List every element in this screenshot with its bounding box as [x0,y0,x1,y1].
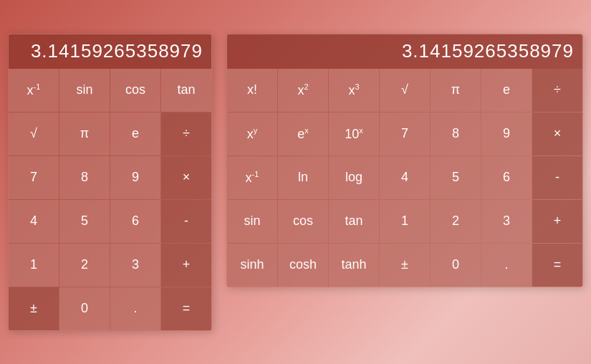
btn--r4c5[interactable]: . [481,244,532,287]
btn--r1c6[interactable]: × [532,112,582,155]
btn-sinh-r4c0[interactable]: sinh [227,244,277,287]
btn-6-r3c2[interactable]: 6 [110,200,160,243]
btn-10-r1c2[interactable]: 10x [329,112,379,155]
btn-sin-r3c0[interactable]: sin [227,200,277,243]
btn--r4c3[interactable]: ± [380,244,430,287]
btn-5-r2c4[interactable]: 5 [431,156,481,199]
btn-e-r1c2[interactable]: e [110,112,160,155]
btn--r4c6[interactable]: = [532,244,582,287]
btn-9-r1c5[interactable]: 9 [481,112,532,155]
btn-cos-r0c2[interactable]: cos [110,69,160,112]
btn-x-r0c2[interactable]: x3 [329,69,379,112]
btn-cosh-r4c1[interactable]: cosh [278,244,328,287]
btn-7-r2c0[interactable]: 7 [9,156,59,199]
btn--r1c3[interactable]: ÷ [161,112,211,155]
btn-0-r4c4[interactable]: 0 [431,244,481,287]
btn--r0c4[interactable]: π [431,69,481,112]
btn--r2c6[interactable]: - [532,156,582,199]
btn-tan-r0c3[interactable]: tan [161,69,211,112]
btn-0-r5c1[interactable]: 0 [59,287,110,330]
calc-container: 3.14159265358979 x-1sincostan√πe÷789×456… [0,19,591,345]
btn-x-r0c1[interactable]: x2 [278,69,328,112]
btn-cos-r3c1[interactable]: cos [278,200,328,243]
btn--r3c6[interactable]: + [532,200,582,243]
btn-x-r2c0[interactable]: x-1 [227,156,277,199]
btn--r1c0[interactable]: √ [9,112,59,155]
btn-sin-r0c1[interactable]: sin [59,69,110,112]
btn--r3c3[interactable]: - [161,200,211,243]
btn--r4c3[interactable]: + [161,244,211,287]
large-display: 3.14159265358979 [227,34,582,69]
small-buttons-grid: x-1sincostan√πe÷789×456-123+±0.= [9,69,211,330]
btn--r0c6[interactable]: ÷ [532,69,582,112]
btn-8-r2c1[interactable]: 8 [59,156,110,199]
btn-3-r4c2[interactable]: 3 [110,244,160,287]
btn--r5c0[interactable]: ± [9,287,59,330]
btn-1-r4c0[interactable]: 1 [9,244,59,287]
btn--r0c3[interactable]: √ [380,69,430,112]
large-buttons-grid: x!x2x3√πe÷xyex10x789×x-1lnlog456-sincost… [227,69,582,287]
btn-e-r0c5[interactable]: e [481,69,532,112]
btn-x-r0c0[interactable]: x-1 [9,69,59,112]
btn-e-r1c1[interactable]: ex [278,112,328,155]
btn-4-r3c0[interactable]: 4 [9,200,59,243]
btn-8-r1c4[interactable]: 8 [431,112,481,155]
btn-x-r1c0[interactable]: xy [227,112,277,155]
btn-ln-r2c1[interactable]: ln [278,156,328,199]
btn-2-r3c4[interactable]: 2 [431,200,481,243]
large-calculator: 3.14159265358979 x!x2x3√πe÷xyex10x789×x-… [226,34,583,287]
btn-log-r2c2[interactable]: log [329,156,379,199]
btn-6-r2c5[interactable]: 6 [481,156,532,199]
btn--r1c1[interactable]: π [59,112,110,155]
small-display: 3.14159265358979 [9,34,211,69]
btn-x-r0c0[interactable]: x! [227,69,277,112]
btn-2-r4c1[interactable]: 2 [59,244,110,287]
btn-tanh-r4c2[interactable]: tanh [329,244,379,287]
btn-5-r3c1[interactable]: 5 [59,200,110,243]
btn-4-r2c3[interactable]: 4 [380,156,430,199]
btn-3-r3c5[interactable]: 3 [481,200,532,243]
btn--r5c3[interactable]: = [161,287,211,330]
btn-tan-r3c2[interactable]: tan [329,200,379,243]
small-calculator: 3.14159265358979 x-1sincostan√πe÷789×456… [8,34,212,331]
btn--r5c2[interactable]: . [110,287,160,330]
btn-7-r1c3[interactable]: 7 [380,112,430,155]
btn-9-r2c2[interactable]: 9 [110,156,160,199]
btn-1-r3c3[interactable]: 1 [380,200,430,243]
btn--r2c3[interactable]: × [161,156,211,199]
